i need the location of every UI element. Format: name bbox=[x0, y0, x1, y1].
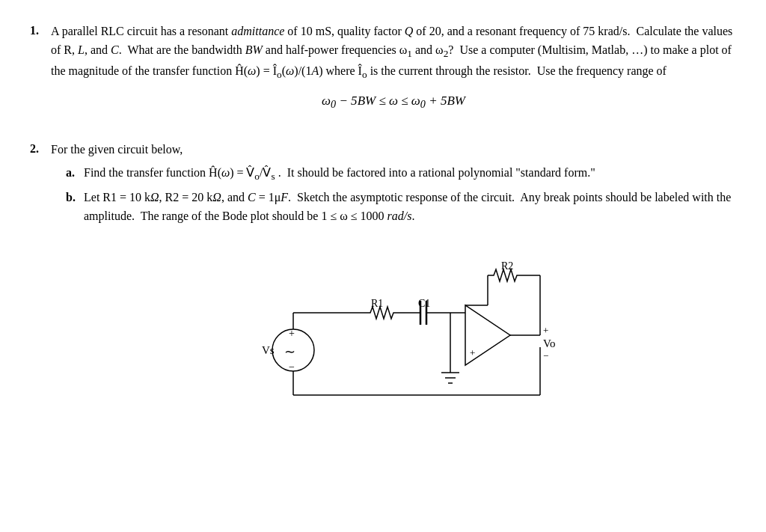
part-a-label: a. bbox=[66, 164, 84, 185]
vo-label: Vo bbox=[543, 337, 555, 349]
problem-1: 1. A parallel RLC circuit has a resonant… bbox=[30, 22, 736, 123]
vs-plus: + bbox=[289, 328, 295, 339]
vs-label: Vs bbox=[262, 344, 275, 356]
vs-minus: − bbox=[289, 361, 295, 373]
vs-tilde: ∼ bbox=[284, 344, 295, 359]
problem-2a: a. Find the transfer function Ĥ(ω) = V̂o… bbox=[51, 164, 736, 185]
problem-2: 2. For the given circuit below, a. Find … bbox=[30, 141, 736, 418]
q-word: Q bbox=[405, 25, 414, 37]
vo-plus: + bbox=[543, 325, 548, 336]
problem-2b: b. Let R1 = 10 kΩ, R2 = 20 kΩ, and C = 1… bbox=[51, 189, 736, 226]
circuit-svg: + ∼ − Vs R1 C1 bbox=[233, 245, 577, 418]
problem-2-text: For the given circuit below, a. Find the… bbox=[51, 141, 736, 230]
r2-symbol bbox=[488, 269, 540, 281]
vo-minus: − bbox=[543, 350, 548, 361]
problem-1-number: 1. bbox=[30, 22, 51, 37]
problem-1-text: A parallel RLC circuit has a resonant ad… bbox=[51, 22, 736, 123]
part-b-label: b. bbox=[66, 189, 84, 226]
problem-1-formula: ω0 − 5BW ≤ ω ≤ ω0 + 5BW bbox=[51, 91, 736, 113]
opamp-plus: + bbox=[470, 347, 475, 358]
problem-2-number: 2. bbox=[30, 141, 51, 156]
part-b-text: Let R1 = 10 kΩ, R2 = 20 kΩ, and C = 1μF.… bbox=[84, 189, 736, 226]
circuit-diagram: + ∼ − Vs R1 C1 bbox=[30, 245, 736, 418]
problem-2-intro: For the given circuit below, bbox=[51, 143, 183, 156]
admittance-word: admittance bbox=[231, 25, 284, 37]
part-a-text: Find the transfer function Ĥ(ω) = V̂o/V̂… bbox=[84, 164, 736, 185]
